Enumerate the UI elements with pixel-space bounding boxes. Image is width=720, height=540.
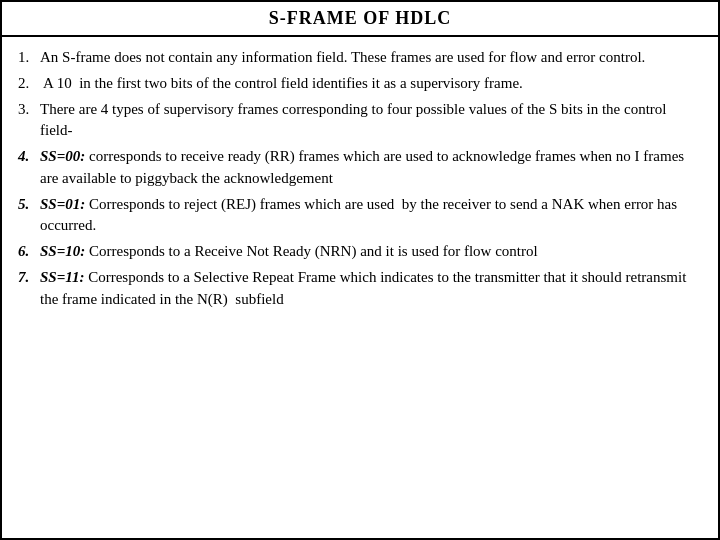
item-number-1: 1.: [18, 47, 40, 69]
item-text-3: There are 4 types of supervisory frames …: [40, 99, 702, 143]
item-4: 4. SS=00: corresponds to receive ready (…: [18, 146, 702, 190]
item-text-5: SS=01: Corresponds to reject (REJ) frame…: [40, 194, 702, 238]
item-text-2: A 10 in the first two bits of the contro…: [40, 73, 702, 95]
item-1: 1. An S-frame does not contain any infor…: [18, 47, 702, 69]
item-5: 5. SS=01: Corresponds to reject (REJ) fr…: [18, 194, 702, 238]
item-4-prefix: SS=00:: [40, 148, 85, 164]
item-3: 3. There are 4 types of supervisory fram…: [18, 99, 702, 143]
page-container: S-FRAME OF HDLC 1. An S-frame does not c…: [0, 0, 720, 540]
item-number-6: 6.: [18, 241, 40, 263]
item-text-7: SS=11: Corresponds to a Selective Repeat…: [40, 267, 702, 311]
page-title: S-FRAME OF HDLC: [2, 2, 718, 37]
item-text-1: An S-frame does not contain any informat…: [40, 47, 702, 69]
item-5-prefix: SS=01:: [40, 196, 85, 212]
item-number-5: 5.: [18, 194, 40, 238]
item-2: 2. A 10 in the first two bits of the con…: [18, 73, 702, 95]
item-number-7: 7.: [18, 267, 40, 311]
content-area: 1. An S-frame does not contain any infor…: [2, 37, 718, 538]
item-6: 6. SS=10: Corresponds to a Receive Not R…: [18, 241, 702, 263]
item-number-2: 2.: [18, 73, 40, 95]
item-text-4: SS=00: corresponds to receive ready (RR)…: [40, 146, 702, 190]
item-number-4: 4.: [18, 146, 40, 190]
item-7-prefix: SS=11:: [40, 269, 84, 285]
item-6-prefix: SS=10:: [40, 243, 85, 259]
item-number-3: 3.: [18, 99, 40, 143]
item-7: 7. SS=11: Corresponds to a Selective Rep…: [18, 267, 702, 311]
item-text-6: SS=10: Corresponds to a Receive Not Read…: [40, 241, 702, 263]
